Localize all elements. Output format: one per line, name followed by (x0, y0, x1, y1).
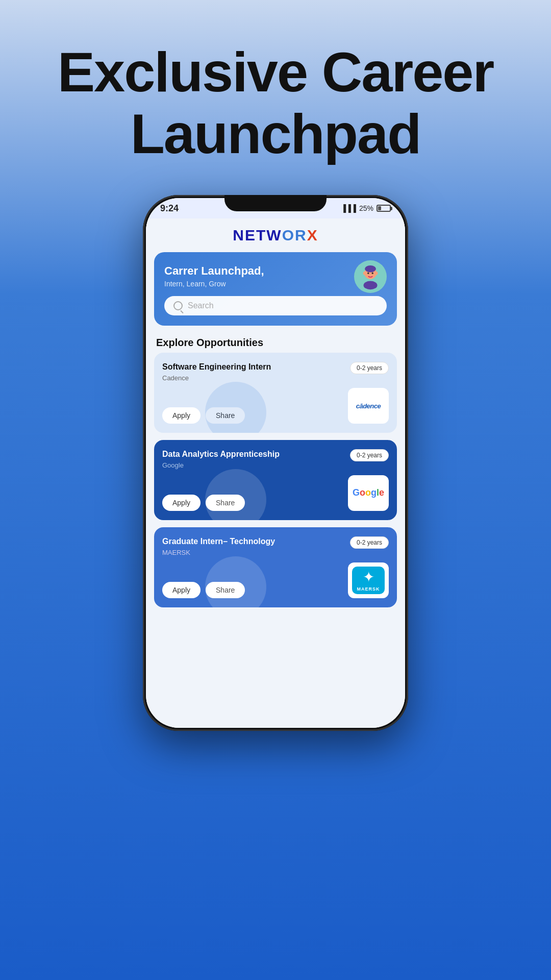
app-content: NETWORX Carrer Launchpad, Intern, Learn,… (146, 218, 405, 728)
hero-text-block: Carrer Launchpad, Intern, Learn, Grow (164, 264, 320, 288)
job-card-top: Graduate Intern– Technology MAERSK 0-2 y… (162, 536, 389, 556)
svg-point-1 (365, 265, 376, 273)
job-card: Data Analytics Apprenticeship Google 0-2… (154, 440, 397, 520)
signal-icon: ▐▐▐ (341, 204, 356, 212)
svg-point-6 (375, 272, 378, 275)
experience-badge: 0-2 years (350, 362, 389, 374)
maersk-star-icon: ✦ (363, 569, 374, 585)
job-info: Data Analytics Apprenticeship Google (162, 449, 350, 469)
google-logo: Google (353, 487, 384, 498)
app-header: NETWORX (146, 218, 405, 248)
job-card: Graduate Intern– Technology MAERSK 0-2 y… (154, 527, 397, 607)
status-bar: 9:24 ▐▐▐ 25% (146, 198, 405, 218)
svg-point-4 (364, 281, 378, 289)
app-logo: NETWORX (146, 227, 405, 244)
job-title: Software Engineering Intern (162, 362, 350, 373)
status-time: 9:24 (160, 203, 179, 214)
job-title: Graduate Intern– Technology (162, 536, 350, 547)
job-card-top: Software Engineering Intern Cadence 0-2 … (162, 362, 389, 382)
company-logo: ✦ MAERSK (348, 562, 389, 598)
phone-screen: 9:24 ▐▐▐ 25% NETWORX Carrer Launchpad, (146, 198, 405, 728)
search-placeholder: Search (188, 301, 214, 310)
svg-point-2 (367, 273, 369, 274)
hero-title: Carrer Launchpad, (164, 264, 320, 278)
hero-banner: Carrer Launchpad, Intern, Learn, Grow (154, 252, 397, 326)
phone-frame: 9:24 ▐▐▐ 25% NETWORX Carrer Launchpad, (143, 195, 408, 731)
job-card-top: Data Analytics Apprenticeship Google 0-2… (162, 449, 389, 469)
job-info: Graduate Intern– Technology MAERSK (162, 536, 350, 556)
hero-subtitle: Intern, Learn, Grow (164, 280, 320, 288)
job-info: Software Engineering Intern Cadence (162, 362, 350, 382)
apply-button[interactable]: Apply (162, 582, 201, 598)
section-title: Explore Opportunities (146, 330, 405, 353)
cadence-logo: cādence (356, 402, 381, 410)
apply-button[interactable]: Apply (162, 495, 201, 511)
maersk-logo: ✦ MAERSK (352, 567, 385, 594)
status-icons: ▐▐▐ 25% (341, 204, 391, 212)
experience-badge: 0-2 years (350, 536, 389, 549)
job-card-bottom: Apply Share Google (162, 475, 389, 511)
company-logo: cādence (348, 388, 389, 424)
apply-button[interactable]: Apply (162, 407, 201, 424)
job-card-bottom: Apply Share ✦ MAERSK (162, 562, 389, 598)
job-card: Software Engineering Intern Cadence 0-2 … (154, 353, 397, 433)
job-title: Data Analytics Apprenticeship (162, 449, 350, 460)
company-logo: Google (348, 475, 389, 511)
battery-percent: 25% (359, 204, 373, 212)
search-icon (173, 301, 183, 310)
experience-badge: 0-2 years (350, 449, 389, 461)
search-box[interactable]: Search (164, 296, 387, 315)
svg-point-3 (372, 273, 373, 274)
job-card-bottom: Apply Share cādence (162, 388, 389, 424)
svg-point-5 (363, 272, 366, 275)
job-company: MAERSK (162, 549, 350, 556)
job-company: Cadence (162, 374, 350, 382)
maersk-text: MAERSK (357, 586, 380, 592)
job-company: Google (162, 461, 350, 469)
avatar (354, 260, 387, 293)
battery-icon (377, 205, 391, 212)
page-title: Exclusive Career Launchpad (27, 41, 524, 164)
